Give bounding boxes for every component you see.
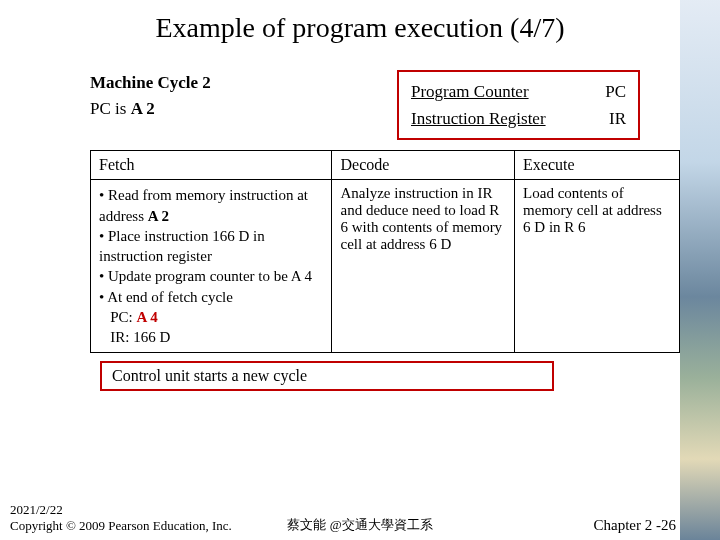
pc-short: PC [605, 78, 626, 105]
ir-short: IR [609, 105, 626, 132]
header-execute: Execute [515, 151, 680, 180]
pc-line-prefix: PC is [90, 99, 131, 118]
fetch-b1b: A 2 [148, 208, 169, 224]
footer-right: Chapter 2 -26 [594, 517, 676, 534]
machine-cycle-label: Machine Cycle 2 [90, 73, 211, 92]
fetch-cell: • Read from memory instruction at addres… [91, 180, 332, 353]
footer-date: 2021/2/22 [10, 502, 232, 518]
fetch-b1a: • Read from memory instruction at addres… [99, 187, 308, 223]
footer-center: 蔡文能 @交通大學資工系 [287, 516, 432, 534]
execute-cell: Load contents of memory cell at address … [515, 180, 680, 353]
fetch-ir: IR: 166 D [99, 327, 323, 347]
ir-label: Instruction Register [411, 109, 546, 128]
control-unit-box: Control unit starts a new cycle [100, 361, 554, 391]
fetch-pc-val: A 4 [137, 309, 158, 325]
top-row: Machine Cycle 2 PC is A 2 Program Counte… [90, 70, 640, 140]
fetch-b2: • Place instruction 166 D in instruction… [99, 226, 323, 267]
fetch-pc-lbl: PC: [99, 309, 137, 325]
header-fetch: Fetch [91, 151, 332, 180]
fetch-b4: • At end of fetch cycle [99, 287, 323, 307]
footer-copyright: Copyright © 2009 Pearson Education, Inc. [10, 518, 232, 534]
header-decode: Decode [332, 151, 515, 180]
slide-content: Machine Cycle 2 PC is A 2 Program Counte… [0, 70, 720, 391]
fetch-b3: • Update program counter to be A 4 [99, 266, 323, 286]
slide-title: Example of program execution (4/7) [0, 0, 720, 48]
cycle-info: Machine Cycle 2 PC is A 2 [90, 70, 211, 121]
decode-cell: Analyze instruction in IR and deduce nee… [332, 180, 515, 353]
footer: 2021/2/22 Copyright © 2009 Pearson Educa… [10, 502, 710, 534]
cycle-table: Fetch Decode Execute • Read from memory … [90, 150, 680, 353]
footer-left: 2021/2/22 Copyright © 2009 Pearson Educa… [10, 502, 232, 534]
register-box: Program Counter PC Instruction Register … [397, 70, 640, 140]
pc-line-value: A 2 [131, 99, 155, 118]
pc-label: Program Counter [411, 82, 529, 101]
